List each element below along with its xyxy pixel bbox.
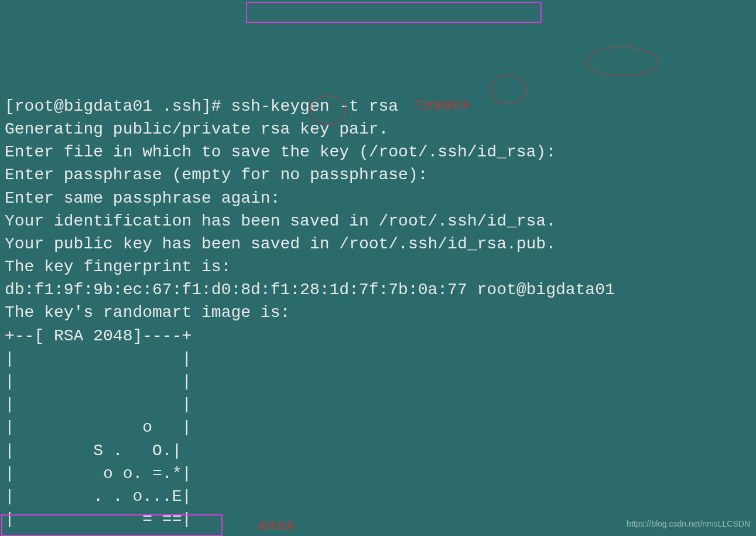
randomart-line: | . . o...E| bbox=[5, 485, 751, 508]
output-line: Enter passphrase (empty for no passphras… bbox=[5, 163, 751, 186]
output-line: Generating public/private rsa key pair. bbox=[5, 118, 751, 141]
prompt: [root@bigdata01 .ssh]# bbox=[5, 97, 231, 115]
terminal-output[interactable]: [root@bigdata01 .ssh]# ssh-keygen -t rsa… bbox=[5, 95, 751, 536]
output-line: Your public key has been saved in /root/… bbox=[5, 233, 751, 255]
output-line: The key fingerprint is: bbox=[5, 255, 751, 278]
randomart-line: +--[ RSA 2048]----+ bbox=[5, 325, 751, 347]
randomart-line: | | bbox=[5, 370, 751, 393]
output-line: Enter same passphrase again: bbox=[5, 187, 751, 210]
output-line: Your identification has been saved in /r… bbox=[5, 210, 751, 233]
output-line: db:f1:9f:9b:ec:67:f1:d0:8d:f1:28:1d:7f:7… bbox=[5, 278, 751, 301]
randomart-line: | .O=.| bbox=[5, 531, 751, 536]
randomart-line: | S . O.| bbox=[5, 439, 751, 462]
annotation-circle bbox=[586, 47, 659, 76]
randomart-line: | | bbox=[5, 393, 751, 416]
randomart-line: | o o. =.*| bbox=[5, 462, 751, 485]
output-line: Enter file in which to save the key (/ro… bbox=[5, 141, 751, 163]
randomart-line: | | bbox=[5, 347, 751, 370]
output-line: The key's randomart image is: bbox=[5, 301, 751, 324]
command: ssh-keygen -t rsa bbox=[231, 97, 398, 115]
watermark: https://blog.csdn.net/nmsLLCSDN bbox=[627, 518, 750, 530]
annotation-box-command bbox=[246, 2, 542, 23]
randomart-line: | o | bbox=[5, 416, 751, 439]
